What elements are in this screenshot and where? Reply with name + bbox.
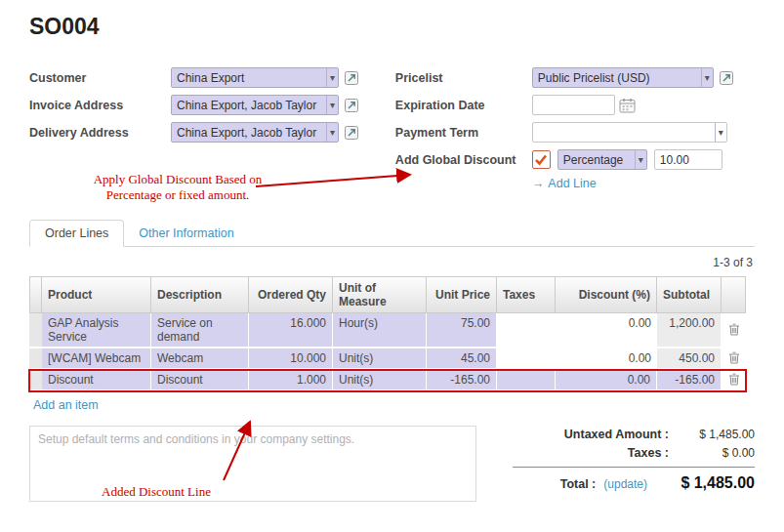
delete-row-icon[interactable] [722, 370, 746, 391]
add-line-arrow-icon: → [532, 177, 545, 190]
delivery-address-label: Delivery Address [29, 126, 171, 140]
invoice-address-external-link-icon[interactable] [344, 98, 359, 113]
cell-description[interactable]: Webcam [151, 348, 249, 370]
pricelist-label: Pricelist [395, 71, 532, 85]
tab-other-information[interactable]: Other Information [124, 221, 248, 246]
table-header-row: Product Description Ordered Qty Unit of … [29, 276, 746, 313]
page-title: SO004 [29, 14, 755, 40]
cell-subtotal: 1,200.00 [657, 313, 722, 348]
customer-select[interactable]: China Export ▾ [171, 67, 339, 88]
col-product[interactable]: Product [42, 276, 151, 313]
delete-column-header [722, 276, 746, 313]
pricelist-select[interactable]: Public Pricelist (USD) ▾ [532, 67, 714, 88]
taxes-value: $ 0.00 [669, 446, 755, 460]
cell-subtotal: 450.00 [657, 348, 722, 370]
cell-discount[interactable]: 0.00 [556, 370, 657, 391]
total-label: Total :(update) [513, 477, 647, 491]
delete-row-icon[interactable] [722, 348, 746, 370]
discount-amount-input[interactable] [654, 149, 722, 170]
expiration-date-input[interactable] [532, 95, 615, 115]
terms-notes-box [29, 426, 476, 502]
col-discount[interactable]: Discount (%) [556, 276, 657, 313]
customer-value: China Export [177, 71, 322, 85]
row-handle[interactable] [29, 348, 42, 370]
total-value: $ 1,485.00 [647, 474, 755, 492]
delivery-address-value: China Export, Jacob Taylor [177, 126, 322, 140]
cell-taxes[interactable] [497, 370, 556, 391]
cell-discount[interactable]: 0.00 [556, 313, 657, 348]
cell-qty[interactable]: 1.000 [249, 370, 333, 391]
totals-panel: Untaxed Amount : $ 1,485.00 Taxes : $ 0.… [513, 426, 755, 502]
cell-product[interactable]: Discount [42, 370, 151, 391]
col-unit-of-measure[interactable]: Unit of Measure [333, 276, 427, 313]
invoice-address-select[interactable]: China Export, Jacob Taylor ▾ [171, 95, 339, 115]
cell-description[interactable]: Service on demand [151, 313, 249, 348]
terms-textarea[interactable] [30, 427, 475, 501]
discount-type-select[interactable]: Percentage ▾ [557, 149, 647, 170]
pager: 1-3 of 3 [29, 247, 755, 276]
totals-separator [513, 467, 755, 468]
taxes-label: Taxes : [513, 446, 669, 460]
order-lines-table: Product Description Ordered Qty Unit of … [29, 276, 746, 391]
cell-taxes[interactable] [497, 313, 556, 348]
cell-unit-price[interactable]: -165.00 [427, 370, 497, 391]
cell-taxes[interactable] [497, 348, 556, 370]
delivery-address-select[interactable]: China Export, Jacob Taylor ▾ [171, 122, 339, 143]
cell-uom[interactable]: Unit(s) [333, 370, 427, 391]
cell-product[interactable]: [WCAM] Webcam [42, 348, 151, 370]
cell-description[interactable]: Discount [151, 370, 249, 391]
form-column-left: Customer China Export ▾ Invoice Address … [29, 67, 395, 190]
cell-unit-price[interactable]: 45.00 [427, 348, 497, 370]
bottom-section: Untaxed Amount : $ 1,485.00 Taxes : $ 0.… [29, 426, 755, 502]
row-handle[interactable] [29, 370, 42, 391]
pricelist-external-link-icon[interactable] [719, 70, 734, 86]
chevron-down-icon: ▾ [701, 68, 713, 87]
tab-order-lines[interactable]: Order Lines [29, 220, 124, 247]
cell-qty[interactable]: 16.000 [249, 313, 333, 348]
payment-term-label: Payment Term [395, 126, 532, 140]
cell-uom[interactable]: Hour(s) [333, 313, 427, 348]
cell-product[interactable]: GAP Analysis Service [42, 313, 151, 348]
table-row[interactable]: [WCAM] Webcam Webcam 10.000 Unit(s) 45.0… [29, 348, 746, 370]
discount-type-value: Percentage [563, 153, 631, 167]
handle-column-header [29, 276, 42, 313]
cell-discount[interactable]: 0.00 [556, 348, 657, 370]
col-taxes[interactable]: Taxes [497, 276, 556, 313]
chevron-down-icon: ▾ [635, 150, 646, 169]
invoice-address-label: Invoice Address [29, 99, 171, 112]
chevron-down-icon: ▾ [326, 123, 338, 142]
add-line-label: Add Line [548, 177, 596, 190]
add-an-item-link[interactable]: Add an item [29, 391, 205, 412]
delete-row-icon[interactable] [722, 313, 746, 348]
payment-term-select[interactable]: ▾ [532, 122, 727, 143]
cell-qty[interactable]: 10.000 [249, 348, 333, 370]
table-row-discount[interactable]: Discount Discount 1.000 Unit(s) -165.00 … [29, 370, 746, 391]
col-ordered-qty[interactable]: Ordered Qty [249, 276, 333, 313]
chevron-down-icon: ▾ [326, 96, 338, 114]
untaxed-amount-label: Untaxed Amount : [513, 428, 669, 441]
chevron-down-icon: ▾ [715, 123, 726, 142]
cell-unit-price[interactable]: 75.00 [427, 313, 497, 348]
expiration-date-label: Expiration Date [395, 99, 532, 112]
col-unit-price[interactable]: Unit Price [427, 276, 497, 313]
customer-external-link-icon[interactable] [344, 70, 359, 86]
cell-uom[interactable]: Unit(s) [333, 348, 427, 370]
global-discount-label: Add Global Discount [395, 153, 532, 167]
sale-order-form: SO004 Customer China Export ▾ Invoice Ad… [0, 0, 784, 532]
invoice-address-value: China Export, Jacob Taylor [177, 99, 322, 112]
row-handle[interactable] [29, 313, 42, 348]
col-description[interactable]: Description [151, 276, 249, 313]
untaxed-amount-value: $ 1,485.00 [669, 428, 755, 441]
calendar-icon[interactable] [619, 98, 636, 113]
cell-subtotal: -165.00 [657, 370, 722, 391]
pricelist-value: Public Pricelist (USD) [538, 71, 697, 85]
form-area: Customer China Export ▾ Invoice Address … [29, 67, 755, 190]
global-discount-checkbox[interactable] [532, 150, 551, 169]
col-subtotal[interactable]: Subtotal [657, 276, 722, 313]
notebook-tabs: Order Lines Other Information [29, 220, 755, 247]
table-row[interactable]: GAP Analysis Service Service on demand 1… [29, 313, 746, 348]
update-link[interactable]: (update) [603, 477, 647, 491]
form-column-right: Pricelist Public Pricelist (USD) ▾ Expir… [395, 67, 755, 190]
add-line-link[interactable]: →Add Line [532, 177, 755, 190]
delivery-address-external-link-icon[interactable] [344, 125, 359, 141]
